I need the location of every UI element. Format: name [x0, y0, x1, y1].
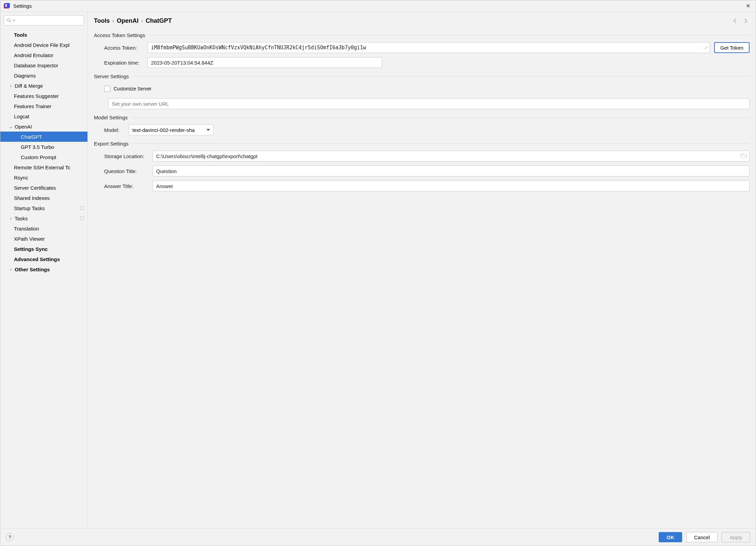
access-token-label: Access Token:	[94, 45, 143, 51]
section-title: Model Settings	[94, 115, 128, 120]
question-title-field[interactable]	[152, 166, 750, 176]
server-url-field	[108, 98, 750, 109]
project-scope-icon	[80, 217, 84, 220]
nav-forward-button[interactable]	[741, 17, 750, 25]
tree-item-label: Features Trainer	[14, 103, 51, 109]
svg-rect-2	[5, 4, 7, 7]
tree-item-label: Startup Tasks	[14, 205, 45, 211]
tree-item-label: Rsync	[14, 175, 28, 181]
tree-item[interactable]: Features Trainer	[0, 101, 87, 111]
get-token-button[interactable]: Get Token	[714, 42, 750, 53]
access-token-field[interactable]	[147, 42, 710, 53]
tree-item-label: Settings Sync	[14, 246, 48, 252]
apply-button: Apply	[722, 532, 750, 542]
tree-item-label: Logcat	[14, 114, 29, 119]
tree-item-label: Translation	[14, 226, 39, 232]
chevron-right-icon[interactable]: ›	[9, 267, 13, 272]
expiration-field	[147, 57, 382, 68]
tree-item[interactable]: Diagrams	[0, 70, 87, 81]
tree-item[interactable]: ›Tasks	[0, 213, 87, 223]
tree-item-label: Tasks	[15, 216, 28, 221]
tree-item[interactable]: Server Certificates	[0, 183, 87, 193]
answer-title-field[interactable]	[152, 181, 750, 191]
model-select[interactable]: text-davinci-002-render-sha	[129, 124, 214, 135]
tree-item[interactable]: ›Diff & Merge	[0, 81, 87, 91]
tree-item-label: Advanced Settings	[14, 256, 60, 262]
tree-item-label: Diagrams	[14, 73, 36, 79]
search-icon	[7, 18, 12, 23]
breadcrumb-separator: ›	[113, 18, 114, 23]
tree-item-label: Remote SSH External Tc	[14, 165, 70, 170]
tree-item-label: Tools	[14, 32, 27, 38]
tree-item[interactable]: Custom Prompt	[0, 152, 87, 162]
chevron-right-icon[interactable]: ›	[9, 216, 13, 221]
tree-item[interactable]: ChatGPT	[0, 132, 87, 142]
tree-item[interactable]: Startup Tasks	[0, 203, 87, 213]
tree-item[interactable]: GPT 3.5 Turbo	[0, 142, 87, 152]
section-model: Model Settings	[94, 115, 750, 120]
tree-item-label: Custom Prompt	[21, 154, 56, 160]
tree-item[interactable]: ⌄OpenAI	[0, 121, 87, 132]
settings-window: Settings ✕ ▾ ToolsAndroid Device File Ex…	[0, 0, 756, 546]
tree-item[interactable]: Logcat	[0, 111, 87, 121]
search-dropdown-icon: ▾	[13, 19, 15, 22]
section-title: Export Settings	[94, 141, 129, 147]
tree-item[interactable]: ›Other Settings	[0, 264, 87, 274]
section-server: Server Settings	[94, 73, 750, 79]
tree-item-label: ChatGPT	[21, 134, 42, 140]
svg-rect-1	[4, 3, 10, 8]
dialog-footer: ? OK Cancel Apply	[0, 528, 756, 546]
breadcrumb-separator: ›	[141, 18, 143, 23]
model-value: text-davinci-002-render-sha	[132, 127, 195, 133]
tree-item-label: GPT 3.5 Turbo	[21, 144, 54, 150]
folder-icon[interactable]	[741, 153, 747, 159]
tree-item-label: Android Device File Expl	[14, 42, 69, 48]
chevron-down-icon[interactable]: ⌄	[9, 124, 13, 129]
tree-item[interactable]: Remote SSH External Tc	[0, 162, 87, 172]
tree-item[interactable]: Advanced Settings	[0, 254, 87, 264]
sidebar: ▾ ToolsAndroid Device File ExplAndroid E…	[0, 12, 88, 528]
tree-item[interactable]: Translation	[0, 223, 87, 234]
section-title: Server Settings	[94, 73, 129, 79]
breadcrumb-item[interactable]: OpenAI	[117, 17, 138, 24]
expand-icon[interactable]: ⤢	[704, 45, 708, 50]
help-button[interactable]: ?	[6, 533, 14, 541]
search-field[interactable]	[16, 18, 81, 23]
window-title: Settings	[13, 3, 32, 9]
storage-location-field[interactable]	[152, 151, 750, 161]
tree-item[interactable]: Shared Indexes	[0, 193, 87, 203]
settings-tree[interactable]: ToolsAndroid Device File ExplAndroid Emu…	[0, 29, 87, 528]
tree-item[interactable]: Features Suggester	[0, 91, 87, 101]
customize-server-checkbox[interactable]: Customize Server	[94, 86, 151, 92]
app-icon	[4, 3, 10, 9]
tree-item[interactable]: Database Inspector	[0, 60, 87, 70]
question-title-label: Question Title:	[94, 168, 148, 174]
answer-title-label: Answer Title:	[94, 183, 148, 189]
breadcrumb-item[interactable]: Tools	[94, 17, 110, 24]
cancel-button[interactable]: Cancel	[686, 532, 718, 542]
tree-item-label: Server Certificates	[14, 185, 56, 191]
checkbox-box[interactable]	[104, 86, 110, 92]
close-icon[interactable]: ✕	[744, 1, 752, 11]
section-access-token: Access Token Settings	[94, 32, 750, 38]
tree-item[interactable]: Rsync	[0, 172, 87, 183]
tree-item-label: Diff & Merge	[15, 83, 43, 89]
section-export: Export Settings	[94, 141, 750, 147]
title-bar: Settings ✕	[0, 0, 756, 12]
storage-location-label: Storage Location:	[94, 153, 148, 159]
tree-item[interactable]: Tools	[0, 30, 87, 40]
tree-item[interactable]: XPath Viewer	[0, 234, 87, 244]
ok-button[interactable]: OK	[659, 532, 682, 542]
tree-item[interactable]: Android Device File Expl	[0, 40, 87, 50]
tree-item[interactable]: Android Emulator	[0, 50, 87, 60]
chevron-right-icon[interactable]: ›	[9, 83, 13, 88]
customize-server-label: Customize Server	[114, 86, 151, 91]
tree-item[interactable]: Settings Sync	[0, 244, 87, 254]
breadcrumb-item[interactable]: ChatGPT	[146, 17, 172, 24]
svg-point-3	[7, 19, 10, 21]
search-input[interactable]: ▾	[4, 15, 84, 25]
breadcrumb: Tools › OpenAI › ChatGPT	[94, 17, 172, 24]
tree-item-label: OpenAI	[15, 124, 32, 130]
section-title: Access Token Settings	[94, 32, 145, 38]
nav-back-button[interactable]	[731, 17, 739, 25]
